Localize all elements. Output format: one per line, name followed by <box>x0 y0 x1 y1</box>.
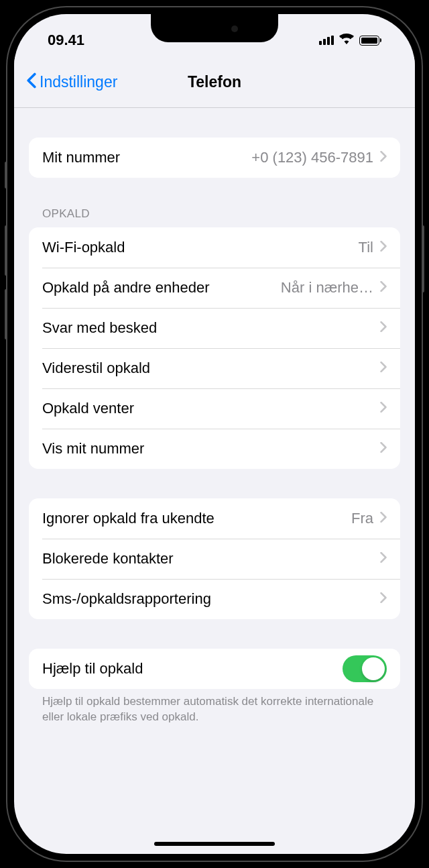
block-section: Ignorer opkald fra ukendte Fra Blokerede… <box>29 498 400 619</box>
back-label: Indstillinger <box>40 73 117 91</box>
row-value: Når i nærhe… <box>281 279 373 296</box>
back-button[interactable]: Indstillinger <box>26 72 117 93</box>
row-label: Opkald venter <box>42 400 380 417</box>
row-my-number[interactable]: Mit nummer +0 (123) 456-7891 <box>29 138 400 178</box>
row-respond-with-text[interactable]: Svar med besked <box>29 308 400 348</box>
chevron-right-icon <box>380 442 387 455</box>
row-sms-call-reporting[interactable]: Sms-/opkaldsrapportering <box>29 579 400 619</box>
phone-frame: 09.41 <box>7 7 422 861</box>
chevron-right-icon <box>380 362 387 375</box>
row-label: Hjælp til opkald <box>42 660 343 677</box>
navigation-bar: Indstillinger Telefon <box>14 57 415 108</box>
dial-assist-section: Hjælp til opkald Hjælp til opkald bestem… <box>29 649 400 725</box>
row-label: Mit nummer <box>42 149 251 166</box>
battery-icon <box>359 36 381 46</box>
row-value: Fra <box>351 510 373 527</box>
row-label: Blokerede kontakter <box>42 550 380 567</box>
row-value: +0 (123) 456-7891 <box>251 149 373 166</box>
wifi-icon <box>339 34 354 47</box>
my-number-section: Mit nummer +0 (123) 456-7891 <box>29 138 400 178</box>
cellular-signal-icon <box>319 36 334 45</box>
chevron-right-icon <box>380 321 387 335</box>
row-call-forwarding[interactable]: Viderestil opkald <box>29 348 400 388</box>
chevron-right-icon <box>380 281 387 294</box>
calls-section: OPKALD Wi-Fi-opkald Til Opkald på andre … <box>29 207 400 469</box>
notch <box>151 14 278 42</box>
row-wifi-calling[interactable]: Wi-Fi-opkald Til <box>29 227 400 268</box>
chevron-right-icon <box>380 402 387 415</box>
chevron-right-icon <box>380 592 387 606</box>
row-label: Wi-Fi-opkald <box>42 239 359 256</box>
row-label: Vis mit nummer <box>42 440 380 457</box>
section-footer: Hjælp til opkald bestemmer automatisk de… <box>29 689 400 725</box>
row-label: Sms-/opkaldsrapportering <box>42 590 380 608</box>
row-dial-assist: Hjælp til opkald <box>29 649 400 689</box>
chevron-right-icon <box>380 151 387 164</box>
row-show-my-number[interactable]: Vis mit nummer <box>29 429 400 469</box>
row-value: Til <box>359 239 373 256</box>
row-calls-other-devices[interactable]: Opkald på andre enheder Når i nærhe… <box>29 268 400 308</box>
row-silence-unknown[interactable]: Ignorer opkald fra ukendte Fra <box>29 498 400 539</box>
row-label: Opkald på andre enheder <box>42 279 281 296</box>
content: Mit nummer +0 (123) 456-7891 OPKALD Wi-F… <box>14 138 415 725</box>
status-time: 09.41 <box>41 32 84 49</box>
row-label: Viderestil opkald <box>42 360 380 377</box>
row-label: Svar med besked <box>42 319 380 337</box>
row-blocked-contacts[interactable]: Blokerede kontakter <box>29 539 400 579</box>
chevron-right-icon <box>380 512 387 525</box>
row-label: Ignorer opkald fra ukendte <box>42 510 351 527</box>
chevron-right-icon <box>380 241 387 254</box>
home-indicator[interactable] <box>154 842 275 846</box>
row-call-waiting[interactable]: Opkald venter <box>29 388 400 429</box>
screen: 09.41 <box>14 14 415 854</box>
section-header: OPKALD <box>29 207 400 227</box>
chevron-right-icon <box>380 552 387 565</box>
dial-assist-toggle[interactable] <box>343 655 387 682</box>
chevron-left-icon <box>26 72 37 93</box>
status-icons <box>319 34 388 47</box>
